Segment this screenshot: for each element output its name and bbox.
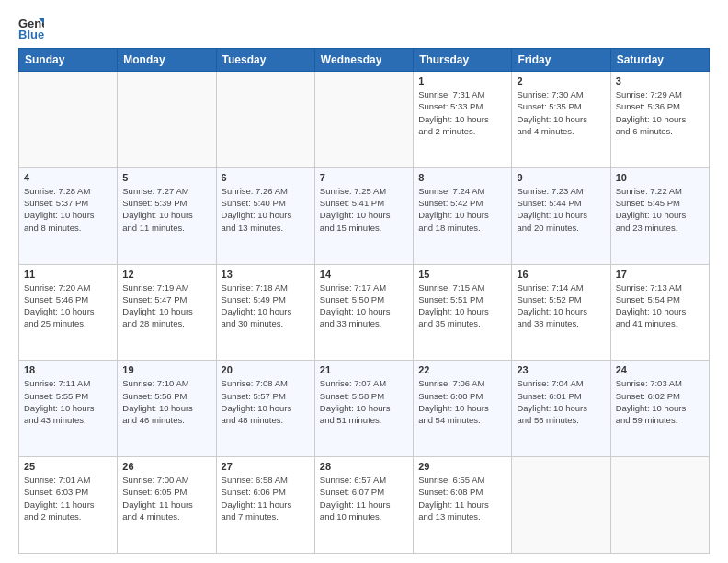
logo-icon: General Blue: [18, 15, 44, 40]
day-number: 9: [517, 172, 605, 183]
day-info: Sunrise: 7:19 AM Sunset: 5:47 PM Dayligh…: [122, 282, 210, 330]
calendar-cell: 13Sunrise: 7:18 AM Sunset: 5:49 PM Dayli…: [216, 264, 314, 361]
day-info: Sunrise: 7:07 AM Sunset: 5:58 PM Dayligh…: [320, 377, 408, 426]
page: General Blue SundayMondayTuesdayWednesda…: [0, 0, 728, 563]
day-info: Sunrise: 7:03 AM Sunset: 6:02 PM Dayligh…: [616, 377, 704, 426]
day-number: 10: [616, 172, 704, 183]
calendar-cell: [118, 72, 216, 168]
calendar-cell: 5Sunrise: 7:27 AM Sunset: 5:39 PM Daylig…: [118, 167, 216, 264]
logo: General Blue: [18, 15, 48, 40]
day-number: 16: [517, 269, 605, 280]
day-number: 13: [222, 269, 310, 280]
day-info: Sunrise: 7:08 AM Sunset: 5:57 PM Dayligh…: [222, 377, 310, 426]
calendar-cell: 15Sunrise: 7:15 AM Sunset: 5:51 PM Dayli…: [414, 264, 512, 361]
day-info: Sunrise: 7:15 AM Sunset: 5:51 PM Dayligh…: [418, 282, 506, 330]
day-info: Sunrise: 6:57 AM Sunset: 6:07 PM Dayligh…: [320, 474, 408, 523]
calendar-cell: [216, 72, 314, 168]
calendar-cell: [19, 72, 118, 168]
day-number: 14: [320, 269, 408, 280]
calendar-cell: 24Sunrise: 7:03 AM Sunset: 6:02 PM Dayli…: [610, 361, 709, 457]
day-info: Sunrise: 7:14 AM Sunset: 5:52 PM Dayligh…: [517, 282, 605, 330]
calendar-cell: 3Sunrise: 7:29 AM Sunset: 5:36 PM Daylig…: [610, 72, 709, 168]
day-info: Sunrise: 7:11 AM Sunset: 5:55 PM Dayligh…: [24, 377, 112, 426]
day-info: Sunrise: 7:28 AM Sunset: 5:37 PM Dayligh…: [24, 185, 112, 234]
calendar-weekday-tuesday: Tuesday: [216, 49, 314, 72]
calendar-cell: 12Sunrise: 7:19 AM Sunset: 5:47 PM Dayli…: [118, 264, 216, 361]
calendar-cell: 2Sunrise: 7:30 AM Sunset: 5:35 PM Daylig…: [512, 72, 610, 168]
calendar-cell: 26Sunrise: 7:00 AM Sunset: 6:05 PM Dayli…: [118, 457, 216, 554]
day-info: Sunrise: 7:01 AM Sunset: 6:03 PM Dayligh…: [24, 474, 112, 523]
day-number: 11: [24, 269, 112, 280]
day-number: 19: [122, 364, 210, 375]
calendar-weekday-wednesday: Wednesday: [314, 49, 413, 72]
calendar-cell: 8Sunrise: 7:24 AM Sunset: 5:42 PM Daylig…: [414, 167, 512, 264]
day-number: 26: [122, 461, 210, 472]
calendar-cell: 6Sunrise: 7:26 AM Sunset: 5:40 PM Daylig…: [216, 167, 314, 264]
day-info: Sunrise: 7:22 AM Sunset: 5:45 PM Dayligh…: [616, 185, 704, 234]
calendar-cell: [314, 72, 413, 168]
day-info: Sunrise: 7:10 AM Sunset: 5:56 PM Dayligh…: [122, 377, 210, 426]
calendar-cell: 9Sunrise: 7:23 AM Sunset: 5:44 PM Daylig…: [512, 167, 610, 264]
calendar-cell: 21Sunrise: 7:07 AM Sunset: 5:58 PM Dayli…: [314, 361, 413, 457]
calendar-weekday-saturday: Saturday: [610, 49, 709, 72]
day-number: 24: [616, 364, 704, 375]
day-number: 5: [122, 172, 210, 183]
day-info: Sunrise: 7:27 AM Sunset: 5:39 PM Dayligh…: [122, 185, 210, 234]
day-info: Sunrise: 7:23 AM Sunset: 5:44 PM Dayligh…: [517, 185, 605, 234]
calendar-cell: 27Sunrise: 6:58 AM Sunset: 6:06 PM Dayli…: [216, 457, 314, 554]
calendar-week-row: 11Sunrise: 7:20 AM Sunset: 5:46 PM Dayli…: [19, 264, 710, 361]
calendar-header-row: SundayMondayTuesdayWednesdayThursdayFrid…: [19, 49, 710, 72]
day-number: 29: [418, 461, 506, 472]
day-info: Sunrise: 7:30 AM Sunset: 5:35 PM Dayligh…: [517, 88, 605, 137]
calendar-cell: 16Sunrise: 7:14 AM Sunset: 5:52 PM Dayli…: [512, 264, 610, 361]
day-number: 17: [616, 269, 704, 280]
day-number: 27: [222, 461, 310, 472]
calendar-cell: 4Sunrise: 7:28 AM Sunset: 5:37 PM Daylig…: [19, 167, 118, 264]
day-info: Sunrise: 6:55 AM Sunset: 6:08 PM Dayligh…: [418, 474, 506, 523]
day-number: 1: [418, 75, 506, 86]
day-info: Sunrise: 7:25 AM Sunset: 5:41 PM Dayligh…: [320, 185, 408, 234]
day-number: 12: [122, 269, 210, 280]
day-info: Sunrise: 7:26 AM Sunset: 5:40 PM Dayligh…: [222, 185, 310, 234]
calendar-cell: 14Sunrise: 7:17 AM Sunset: 5:50 PM Dayli…: [314, 264, 413, 361]
calendar-cell: 23Sunrise: 7:04 AM Sunset: 6:01 PM Dayli…: [512, 361, 610, 457]
calendar-cell: [610, 457, 709, 554]
day-number: 4: [24, 172, 112, 183]
svg-text:Blue: Blue: [18, 28, 44, 40]
day-number: 20: [222, 364, 310, 375]
calendar-cell: 19Sunrise: 7:10 AM Sunset: 5:56 PM Dayli…: [118, 361, 216, 457]
calendar-weekday-thursday: Thursday: [414, 49, 512, 72]
calendar-cell: 11Sunrise: 7:20 AM Sunset: 5:46 PM Dayli…: [19, 264, 118, 361]
calendar-cell: 1Sunrise: 7:31 AM Sunset: 5:33 PM Daylig…: [414, 72, 512, 168]
day-info: Sunrise: 7:13 AM Sunset: 5:54 PM Dayligh…: [616, 282, 704, 330]
day-info: Sunrise: 7:00 AM Sunset: 6:05 PM Dayligh…: [122, 474, 210, 523]
calendar-cell: 10Sunrise: 7:22 AM Sunset: 5:45 PM Dayli…: [610, 167, 709, 264]
day-number: 3: [616, 75, 704, 86]
calendar-cell: 20Sunrise: 7:08 AM Sunset: 5:57 PM Dayli…: [216, 361, 314, 457]
calendar-cell: 18Sunrise: 7:11 AM Sunset: 5:55 PM Dayli…: [19, 361, 118, 457]
calendar-cell: 17Sunrise: 7:13 AM Sunset: 5:54 PM Dayli…: [610, 264, 709, 361]
day-number: 8: [418, 172, 506, 183]
calendar-weekday-friday: Friday: [512, 49, 610, 72]
header: General Blue: [18, 15, 710, 40]
day-number: 7: [320, 172, 408, 183]
calendar-weekday-sunday: Sunday: [19, 49, 118, 72]
day-number: 18: [24, 364, 112, 375]
day-number: 6: [222, 172, 310, 183]
day-number: 22: [418, 364, 506, 375]
day-info: Sunrise: 7:06 AM Sunset: 6:00 PM Dayligh…: [418, 377, 506, 426]
calendar: SundayMondayTuesdayWednesdayThursdayFrid…: [18, 48, 710, 554]
day-number: 21: [320, 364, 408, 375]
calendar-week-row: 4Sunrise: 7:28 AM Sunset: 5:37 PM Daylig…: [19, 167, 710, 264]
calendar-cell: 25Sunrise: 7:01 AM Sunset: 6:03 PM Dayli…: [19, 457, 118, 554]
day-info: Sunrise: 7:29 AM Sunset: 5:36 PM Dayligh…: [616, 88, 704, 137]
calendar-cell: 22Sunrise: 7:06 AM Sunset: 6:00 PM Dayli…: [414, 361, 512, 457]
calendar-cell: 7Sunrise: 7:25 AM Sunset: 5:41 PM Daylig…: [314, 167, 413, 264]
day-info: Sunrise: 7:20 AM Sunset: 5:46 PM Dayligh…: [24, 282, 112, 330]
calendar-cell: 28Sunrise: 6:57 AM Sunset: 6:07 PM Dayli…: [314, 457, 413, 554]
day-info: Sunrise: 7:24 AM Sunset: 5:42 PM Dayligh…: [418, 185, 506, 234]
calendar-week-row: 1Sunrise: 7:31 AM Sunset: 5:33 PM Daylig…: [19, 72, 710, 168]
day-info: Sunrise: 7:17 AM Sunset: 5:50 PM Dayligh…: [320, 282, 408, 330]
calendar-cell: 29Sunrise: 6:55 AM Sunset: 6:08 PM Dayli…: [414, 457, 512, 554]
calendar-week-row: 25Sunrise: 7:01 AM Sunset: 6:03 PM Dayli…: [19, 457, 710, 554]
